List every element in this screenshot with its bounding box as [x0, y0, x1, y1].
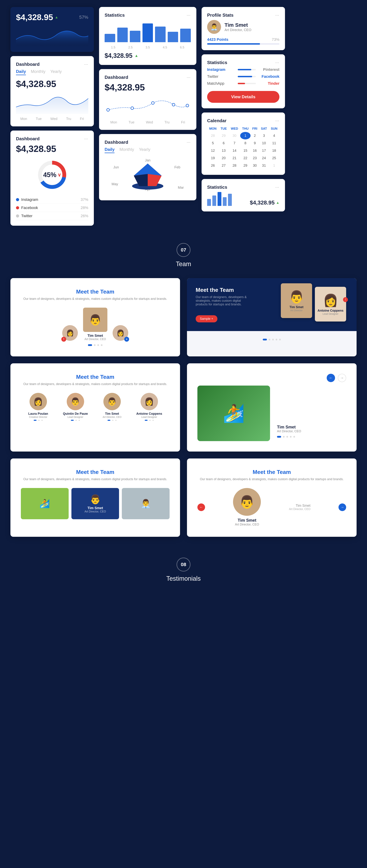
- nav-dot-2-active[interactable]: [263, 339, 267, 340]
- team2-photo-2: 👩 Antoine Coppens Lead Designer: [315, 287, 346, 321]
- profile-role: Art Director, CEO: [225, 28, 251, 32]
- cal-cell[interactable]: 1: [240, 132, 250, 140]
- tm3-dots-1: [34, 420, 43, 421]
- progress-fill: [207, 43, 260, 44]
- cal-cell[interactable]: 28: [229, 162, 240, 169]
- cal-cell[interactable]: 12: [207, 147, 219, 154]
- prev-arrow-btn[interactable]: ←: [327, 374, 335, 382]
- dark-value-card: $4,328.95 ▲ 57%: [10, 7, 94, 52]
- legend-list: Instagram 37% Facebook 28% Twitter 26%: [16, 196, 88, 220]
- cal-fri: FRI: [251, 125, 259, 132]
- cal-cell[interactable]: 25: [269, 154, 279, 162]
- team6-right-role: Art Director, CEO: [289, 507, 311, 511]
- cal-cell[interactable]: 30: [251, 162, 259, 169]
- cal-cell[interactable]: 9: [251, 140, 259, 147]
- menu-dots-social[interactable]: ⋯: [275, 60, 279, 65]
- cal-cell[interactable]: 11: [269, 140, 279, 147]
- dashboard-line-card: Dashboard ⋯ Daily Monthly Yearly $4,328.…: [10, 56, 94, 126]
- cal-cell[interactable]: 8: [240, 140, 250, 147]
- cal-cell[interactable]: 18: [269, 147, 279, 154]
- tm3-role-1: Creative Director: [29, 415, 47, 418]
- social-stats-title: Statistics: [207, 60, 227, 65]
- nav-dot[interactable]: [94, 344, 95, 346]
- cal-cell[interactable]: 27: [219, 162, 229, 169]
- cal-cell[interactable]: 10: [259, 140, 269, 147]
- nav-dot[interactable]: [97, 344, 99, 346]
- progress-bar: [207, 43, 279, 44]
- right-column: Profile Stats ⋯ 👨‍💼 Tim Smet Art Directo…: [202, 7, 285, 212]
- cal-cell[interactable]: 7: [229, 140, 240, 147]
- view-details-button[interactable]: View Details: [207, 91, 279, 103]
- stats-arrow: ▲: [135, 54, 138, 58]
- menu-dots-icon[interactable]: ⋯: [84, 62, 88, 67]
- nav-dot-2[interactable]: [269, 339, 271, 340]
- cal-cell[interactable]: 30: [229, 132, 240, 140]
- svg-point-7: [186, 104, 189, 107]
- team6-left-dot[interactable]: ←: [197, 503, 205, 511]
- svg-point-3: [107, 108, 110, 111]
- nav-dot-2[interactable]: [279, 339, 281, 340]
- cal-cell[interactable]: 29: [219, 132, 229, 140]
- nav-dot-active[interactable]: [88, 344, 92, 346]
- 3d-tab-bar: Daily Monthly Yearly: [105, 147, 191, 153]
- card-header: Dashboard ⋯: [16, 62, 88, 67]
- cal-cell[interactable]: 29: [240, 162, 250, 169]
- team6-right-dot[interactable]: →: [339, 503, 346, 511]
- cal-cell[interactable]: 17: [259, 147, 269, 154]
- mini-value-row: $4,328.95 ▲: [250, 199, 279, 206]
- nav-dot[interactable]: [101, 344, 103, 346]
- cal-cell[interactable]: 1: [269, 162, 279, 169]
- cal-cell[interactable]: 19: [207, 154, 219, 162]
- cal-cell[interactable]: 31: [259, 162, 269, 169]
- mini-bar-5: [228, 194, 232, 206]
- cal-cell[interactable]: 3: [259, 132, 269, 140]
- cal-cell[interactable]: 14: [229, 147, 240, 154]
- cal-cell[interactable]: 15: [240, 147, 250, 154]
- tab-daily[interactable]: Daily: [16, 69, 26, 75]
- 3d-pie-chart: Jan Feb Mar Apr May Jun: [105, 157, 191, 191]
- menu-dots-donut[interactable]: ⋯: [84, 136, 88, 141]
- menu-dots-3d[interactable]: ⋯: [187, 140, 191, 145]
- cal-cell[interactable]: 21: [229, 154, 240, 162]
- team-card-1: Meet the Team Our team of designers, dev…: [10, 278, 180, 356]
- 3d-tab-daily[interactable]: Daily: [105, 147, 114, 153]
- tm3-name-1: Laura Poulan: [28, 412, 48, 415]
- cal-cell[interactable]: 23: [251, 154, 259, 162]
- next-arrow-btn[interactable]: →: [338, 374, 346, 382]
- team3-members-row: 👩 Laura Poulan Creative Director 👨 Quint…: [21, 393, 170, 421]
- menu-dots-dot[interactable]: ⋯: [187, 75, 191, 80]
- menu-dots-calendar[interactable]: ⋯: [275, 119, 279, 123]
- nav-dot-2[interactable]: [276, 339, 277, 340]
- cal-cell[interactable]: 28: [207, 132, 219, 140]
- cal-cell[interactable]: 13: [219, 147, 229, 154]
- menu-dots-profile[interactable]: ⋯: [275, 13, 279, 18]
- cal-cell[interactable]: 24: [259, 154, 269, 162]
- overlap-badge: !: [343, 297, 348, 302]
- team5-member-name: Tim Smet: [87, 506, 103, 510]
- menu-dots-stats[interactable]: ⋯: [187, 13, 191, 18]
- cal-cell[interactable]: 6: [219, 140, 229, 147]
- team2-sample-btn[interactable]: Sample +: [196, 315, 217, 322]
- points-label: 4423 Points: [207, 37, 228, 42]
- month-feb: Feb: [174, 165, 180, 169]
- team2-member1-name: Tim Smet: [289, 305, 304, 309]
- cal-cell[interactable]: 20: [219, 154, 229, 162]
- cal-cell[interactable]: 16: [251, 147, 259, 154]
- bar-chart-labels: 1.5 2.5 3.5 4.5 6.5: [105, 45, 191, 49]
- cal-cell[interactable]: 22: [240, 154, 250, 162]
- menu-dots-mini[interactable]: ⋯: [275, 185, 279, 190]
- cal-cell[interactable]: 4: [269, 132, 279, 140]
- cal-cell[interactable]: 26: [207, 162, 219, 169]
- cal-cell[interactable]: 2: [251, 132, 259, 140]
- nav-dot-2[interactable]: [272, 339, 274, 340]
- tab-monthly[interactable]: Monthly: [31, 69, 45, 75]
- tab-yearly[interactable]: Yearly: [50, 69, 62, 75]
- mini-stats-value: $4,328.95: [250, 199, 275, 206]
- 3d-tab-monthly[interactable]: Monthly: [119, 147, 134, 153]
- badge-blue: +: [124, 337, 129, 342]
- cal-mon: MON: [207, 125, 219, 132]
- stat-facebook-label: Facebook: [259, 74, 279, 79]
- 3d-tab-yearly[interactable]: Yearly: [139, 147, 150, 153]
- team4-member-info: Tim Smet Art Director, CEO: [274, 385, 346, 441]
- cal-cell[interactable]: 5: [207, 140, 219, 147]
